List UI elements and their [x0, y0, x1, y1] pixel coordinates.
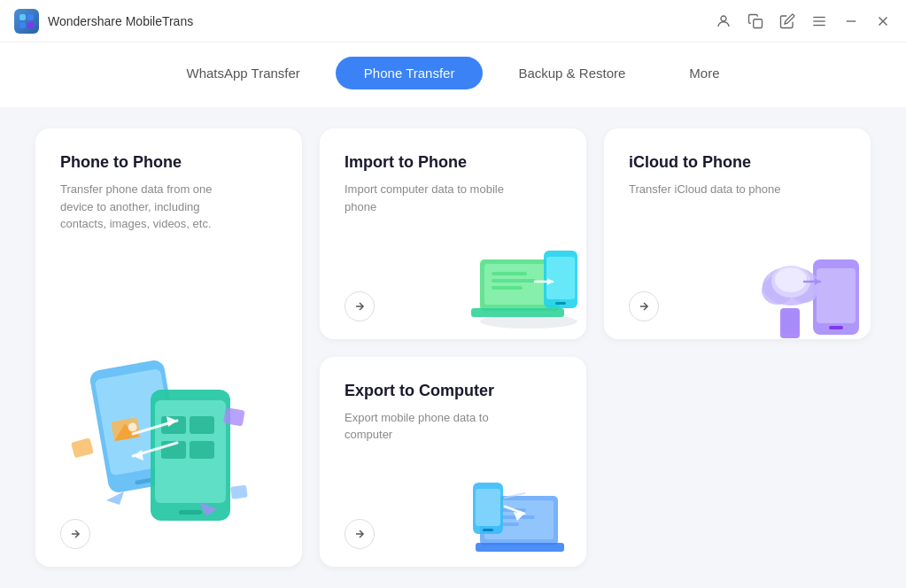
- card-icloud-to-phone[interactable]: iCloud to Phone Transfer iCloud data to …: [604, 128, 871, 339]
- content-area: Phone to Phone Transfer phone data from …: [0, 107, 906, 588]
- card-phone-to-phone-title: Phone to Phone: [60, 153, 277, 172]
- export-to-computer-illustration: [471, 460, 577, 558]
- nav-bar: WhatsApp Transfer Phone Transfer Backup …: [0, 43, 906, 107]
- svg-rect-63: [483, 529, 493, 531]
- svg-rect-5: [754, 19, 763, 27]
- account-button[interactable]: [715, 12, 732, 30]
- tab-more[interactable]: More: [661, 57, 747, 89]
- svg-rect-39: [546, 257, 575, 299]
- card-phone-to-phone-arrow[interactable]: [60, 519, 90, 549]
- icloud-to-phone-illustration: [755, 233, 862, 330]
- close-button[interactable]: [874, 12, 892, 30]
- svg-rect-27: [71, 437, 94, 458]
- card-phone-to-phone[interactable]: Phone to Phone Transfer phone data from …: [35, 128, 302, 567]
- svg-rect-28: [223, 407, 245, 427]
- tab-whatsapp-transfer[interactable]: WhatsApp Transfer: [158, 57, 328, 89]
- empty-cell: [604, 357, 871, 568]
- card-import-arrow[interactable]: [345, 291, 375, 321]
- svg-rect-37: [471, 308, 564, 317]
- card-export-to-computer[interactable]: Export to Computer Export mobile phone d…: [320, 357, 586, 568]
- card-icloud-title: iCloud to Phone: [629, 153, 846, 172]
- app-name: Wondershare MobileTrans: [48, 14, 193, 28]
- card-import-desc: Import computer data to mobile phone: [345, 181, 522, 215]
- svg-rect-2: [19, 22, 26, 28]
- svg-rect-3: [27, 22, 34, 28]
- minimize-button[interactable]: [842, 12, 860, 30]
- svg-rect-34: [492, 272, 527, 275]
- tab-backup-restore[interactable]: Backup & Restore: [490, 57, 654, 89]
- svg-rect-60: [476, 543, 564, 552]
- tab-phone-transfer[interactable]: Phone Transfer: [336, 57, 484, 89]
- svg-point-50: [775, 267, 807, 292]
- svg-rect-29: [230, 484, 248, 499]
- svg-rect-44: [817, 268, 856, 323]
- card-icloud-desc: Transfer iCloud data to phone: [629, 181, 806, 198]
- titlebar: Wondershare MobileTrans: [0, 0, 906, 43]
- card-import-title: Import to Phone: [345, 153, 561, 172]
- titlebar-left: Wondershare MobileTrans: [14, 9, 193, 34]
- svg-rect-35: [492, 279, 536, 282]
- svg-rect-36: [492, 286, 523, 290]
- svg-rect-62: [476, 489, 500, 526]
- card-phone-to-phone-desc: Transfer phone data from one device to a…: [60, 181, 237, 233]
- svg-rect-1: [27, 14, 34, 20]
- card-export-title: Export to Computer: [345, 382, 561, 400]
- app-icon: [14, 9, 39, 34]
- copy-button[interactable]: [747, 12, 764, 30]
- card-export-desc: Export mobile phone data to computer: [345, 409, 522, 444]
- card-import-to-phone[interactable]: Import to Phone Import computer data to …: [320, 128, 586, 339]
- edit-button[interactable]: [778, 12, 796, 30]
- svg-rect-22: [190, 416, 214, 434]
- svg-rect-45: [829, 326, 843, 329]
- svg-rect-40: [555, 302, 566, 305]
- svg-rect-20: [179, 510, 202, 514]
- svg-point-4: [721, 16, 726, 21]
- svg-rect-24: [190, 441, 214, 459]
- menu-button[interactable]: [810, 12, 828, 30]
- phone-to-phone-illustration: [53, 354, 283, 531]
- titlebar-controls: [715, 12, 892, 30]
- import-to-phone-illustration: [471, 233, 577, 330]
- svg-rect-0: [19, 14, 26, 20]
- card-export-arrow[interactable]: [345, 519, 375, 549]
- card-icloud-arrow[interactable]: [629, 291, 659, 321]
- svg-rect-53: [782, 312, 798, 333]
